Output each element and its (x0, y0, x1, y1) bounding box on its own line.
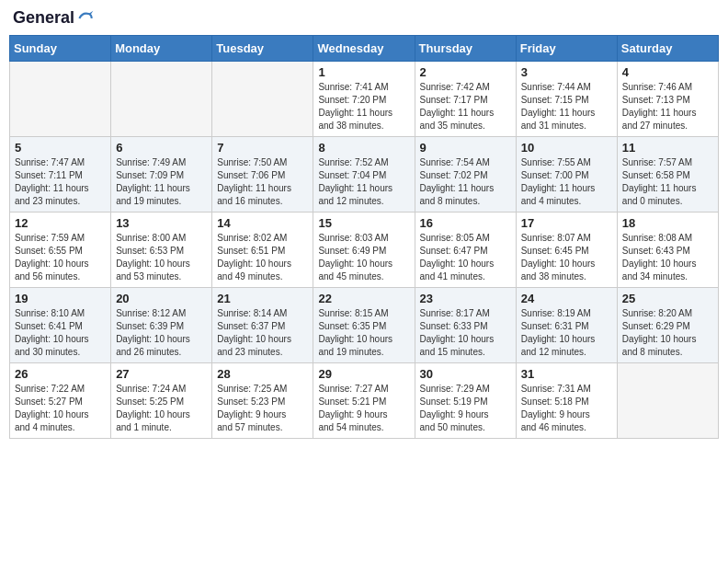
day-info: Sunrise: 7:25 AM Sunset: 5:23 PM Dayligh… (217, 383, 308, 434)
day-number: 14 (217, 216, 308, 230)
day-number: 21 (217, 292, 308, 305)
day-number: 16 (420, 216, 511, 230)
weekday-header-saturday: Saturday (617, 36, 718, 62)
day-info: Sunrise: 7:27 AM Sunset: 5:21 PM Dayligh… (318, 383, 409, 434)
day-number: 2 (420, 65, 511, 79)
day-number: 1 (318, 65, 409, 79)
calendar-cell: 4Sunrise: 7:46 AM Sunset: 7:13 PM Daylig… (617, 62, 718, 137)
day-number: 4 (622, 65, 713, 79)
calendar-cell: 12Sunrise: 7:59 AM Sunset: 6:55 PM Dayli… (10, 213, 111, 288)
day-number: 18 (622, 216, 713, 230)
calendar-cell: 29Sunrise: 7:27 AM Sunset: 5:21 PM Dayli… (313, 363, 415, 439)
day-number: 27 (116, 367, 207, 381)
calendar-cell: 13Sunrise: 8:00 AM Sunset: 6:53 PM Dayli… (111, 213, 212, 288)
calendar-cell: 20Sunrise: 8:12 AM Sunset: 6:39 PM Dayli… (111, 288, 212, 363)
day-info: Sunrise: 8:00 AM Sunset: 6:53 PM Dayligh… (116, 232, 207, 283)
weekday-header-tuesday: Tuesday (212, 36, 313, 62)
day-info: Sunrise: 7:31 AM Sunset: 5:18 PM Dayligh… (521, 383, 612, 434)
calendar-cell: 22Sunrise: 8:15 AM Sunset: 6:35 PM Dayli… (313, 288, 415, 363)
day-info: Sunrise: 8:17 AM Sunset: 6:33 PM Dayligh… (420, 307, 511, 359)
day-info: Sunrise: 7:46 AM Sunset: 7:13 PM Dayligh… (622, 81, 713, 132)
day-info: Sunrise: 8:08 AM Sunset: 6:43 PM Dayligh… (622, 232, 713, 283)
calendar-cell: 23Sunrise: 8:17 AM Sunset: 6:33 PM Dayli… (415, 288, 516, 363)
day-number: 26 (15, 367, 106, 381)
day-info: Sunrise: 7:44 AM Sunset: 7:15 PM Dayligh… (521, 81, 612, 132)
calendar-cell: 19Sunrise: 8:10 AM Sunset: 6:41 PM Dayli… (10, 288, 111, 363)
logo: General (13, 9, 97, 28)
day-info: Sunrise: 7:52 AM Sunset: 7:04 PM Dayligh… (318, 156, 409, 208)
logo-text: General (13, 9, 97, 28)
calendar-cell: 1Sunrise: 7:41 AM Sunset: 7:20 PM Daylig… (313, 62, 415, 137)
day-number: 29 (318, 367, 409, 381)
day-info: Sunrise: 7:24 AM Sunset: 5:25 PM Dayligh… (116, 383, 207, 434)
calendar-cell (617, 363, 718, 439)
day-number: 24 (521, 292, 612, 305)
day-info: Sunrise: 8:03 AM Sunset: 6:49 PM Dayligh… (318, 232, 409, 283)
day-number: 3 (521, 65, 612, 79)
calendar-week-1: 1Sunrise: 7:41 AM Sunset: 7:20 PM Daylig… (10, 62, 719, 137)
calendar-cell: 16Sunrise: 8:05 AM Sunset: 6:47 PM Dayli… (415, 213, 516, 288)
day-number: 31 (521, 367, 612, 381)
calendar-cell: 6Sunrise: 7:49 AM Sunset: 7:09 PM Daylig… (111, 137, 212, 213)
calendar-cell: 25Sunrise: 8:20 AM Sunset: 6:29 PM Dayli… (617, 288, 718, 363)
day-info: Sunrise: 7:29 AM Sunset: 5:19 PM Dayligh… (420, 383, 511, 434)
day-number: 10 (521, 141, 612, 155)
calendar-cell: 28Sunrise: 7:25 AM Sunset: 5:23 PM Dayli… (212, 363, 313, 439)
day-number: 19 (15, 292, 106, 305)
weekday-header-monday: Monday (111, 36, 212, 62)
day-info: Sunrise: 7:47 AM Sunset: 7:11 PM Dayligh… (15, 156, 106, 208)
calendar-cell: 24Sunrise: 8:19 AM Sunset: 6:31 PM Dayli… (516, 288, 617, 363)
calendar-cell: 30Sunrise: 7:29 AM Sunset: 5:19 PM Dayli… (415, 363, 516, 439)
day-info: Sunrise: 8:19 AM Sunset: 6:31 PM Dayligh… (521, 307, 612, 359)
logo-icon (76, 9, 95, 28)
day-info: Sunrise: 7:59 AM Sunset: 6:55 PM Dayligh… (15, 232, 106, 283)
calendar-cell: 21Sunrise: 8:14 AM Sunset: 6:37 PM Dayli… (212, 288, 313, 363)
weekday-header-wednesday: Wednesday (313, 36, 415, 62)
day-info: Sunrise: 7:57 AM Sunset: 6:58 PM Dayligh… (622, 156, 713, 208)
day-info: Sunrise: 7:41 AM Sunset: 7:20 PM Dayligh… (318, 81, 409, 132)
day-number: 9 (420, 141, 511, 155)
calendar-cell: 9Sunrise: 7:54 AM Sunset: 7:02 PM Daylig… (415, 137, 516, 213)
day-number: 7 (217, 141, 308, 155)
day-number: 22 (318, 292, 409, 305)
calendar-week-2: 5Sunrise: 7:47 AM Sunset: 7:11 PM Daylig… (10, 137, 719, 213)
day-number: 30 (420, 367, 511, 381)
calendar-cell: 26Sunrise: 7:22 AM Sunset: 5:27 PM Dayli… (10, 363, 111, 439)
calendar-cell: 14Sunrise: 8:02 AM Sunset: 6:51 PM Dayli… (212, 213, 313, 288)
day-info: Sunrise: 8:10 AM Sunset: 6:41 PM Dayligh… (15, 307, 106, 359)
day-number: 25 (622, 292, 713, 305)
day-info: Sunrise: 8:05 AM Sunset: 6:47 PM Dayligh… (420, 232, 511, 283)
day-info: Sunrise: 7:42 AM Sunset: 7:17 PM Dayligh… (420, 81, 511, 132)
calendar-cell (10, 62, 111, 137)
day-number: 5 (15, 141, 106, 155)
day-number: 8 (318, 141, 409, 155)
day-info: Sunrise: 8:12 AM Sunset: 6:39 PM Dayligh… (116, 307, 207, 359)
day-number: 6 (116, 141, 207, 155)
day-info: Sunrise: 7:55 AM Sunset: 7:00 PM Dayligh… (521, 156, 612, 208)
day-info: Sunrise: 8:02 AM Sunset: 6:51 PM Dayligh… (217, 232, 308, 283)
day-info: Sunrise: 7:54 AM Sunset: 7:02 PM Dayligh… (420, 156, 511, 208)
calendar-cell: 5Sunrise: 7:47 AM Sunset: 7:11 PM Daylig… (10, 137, 111, 213)
calendar-cell: 17Sunrise: 8:07 AM Sunset: 6:45 PM Dayli… (516, 213, 617, 288)
day-number: 11 (622, 141, 713, 155)
calendar-cell: 8Sunrise: 7:52 AM Sunset: 7:04 PM Daylig… (313, 137, 415, 213)
day-number: 20 (116, 292, 207, 305)
calendar-week-4: 19Sunrise: 8:10 AM Sunset: 6:41 PM Dayli… (10, 288, 719, 363)
weekday-header-friday: Friday (516, 36, 617, 62)
calendar-cell (111, 62, 212, 137)
day-number: 13 (116, 216, 207, 230)
calendar-table: SundayMondayTuesdayWednesdayThursdayFrid… (9, 35, 719, 439)
day-info: Sunrise: 8:07 AM Sunset: 6:45 PM Dayligh… (521, 232, 612, 283)
day-info: Sunrise: 8:14 AM Sunset: 6:37 PM Dayligh… (217, 307, 308, 359)
calendar-cell: 27Sunrise: 7:24 AM Sunset: 5:25 PM Dayli… (111, 363, 212, 439)
calendar-cell: 15Sunrise: 8:03 AM Sunset: 6:49 PM Dayli… (313, 213, 415, 288)
calendar-cell: 18Sunrise: 8:08 AM Sunset: 6:43 PM Dayli… (617, 213, 718, 288)
day-number: 28 (217, 367, 308, 381)
day-number: 23 (420, 292, 511, 305)
calendar-cell: 3Sunrise: 7:44 AM Sunset: 7:15 PM Daylig… (516, 62, 617, 137)
day-info: Sunrise: 8:15 AM Sunset: 6:35 PM Dayligh… (318, 307, 409, 359)
day-info: Sunrise: 8:20 AM Sunset: 6:29 PM Dayligh… (622, 307, 713, 359)
calendar-cell: 11Sunrise: 7:57 AM Sunset: 6:58 PM Dayli… (617, 137, 718, 213)
calendar-cell: 10Sunrise: 7:55 AM Sunset: 7:00 PM Dayli… (516, 137, 617, 213)
day-number: 17 (521, 216, 612, 230)
